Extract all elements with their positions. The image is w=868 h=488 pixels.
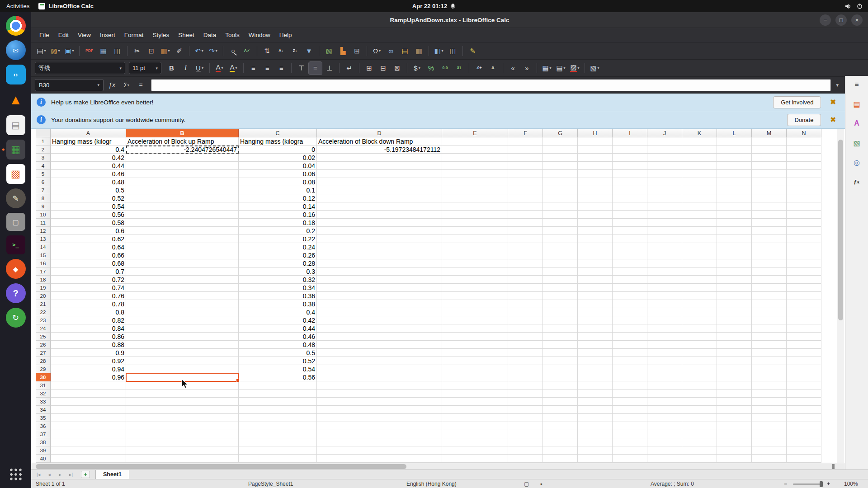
cell-B8[interactable] [126,194,239,202]
column-header-F[interactable]: F [508,129,543,137]
cell-M37[interactable] [752,430,787,438]
column-header-G[interactable]: G [543,129,578,137]
cell-B19[interactable] [126,284,239,292]
cell-L17[interactable] [717,267,752,276]
cell-J27[interactable] [647,349,682,357]
zoom-level-label[interactable]: 100% [844,481,858,487]
cell-M13[interactable] [752,235,787,243]
cell-A15[interactable]: 0.66 [51,251,126,259]
cell-F32[interactable] [508,389,543,398]
cell-D2[interactable]: -5.19723484172112 [317,145,442,154]
libreoffice-calc-icon[interactable]: ▦ [6,140,25,160]
cell-E6[interactable] [442,178,508,186]
cell-D39[interactable] [317,446,442,455]
cell-K34[interactable] [682,406,717,414]
row-header-15[interactable]: 15 [36,251,51,259]
wrap-text-button[interactable]: ↵ [343,62,356,75]
cell-H25[interactable] [578,333,613,341]
cell-C23[interactable]: 0.42 [239,316,317,324]
export-pdf-button[interactable]: PDF [83,45,96,57]
cell-G32[interactable] [543,389,578,398]
cell-F19[interactable] [508,284,543,292]
cell-H12[interactable] [578,227,613,235]
border-style-button[interactable]: ▤▾ [554,62,567,75]
properties-icon[interactable]: ▤ [850,98,863,110]
cell-N5[interactable] [787,170,821,178]
cell-I34[interactable] [613,406,647,414]
row-header-16[interactable]: 16 [36,259,51,267]
first-sheet-button[interactable]: |◂ [34,472,43,478]
cell-I1[interactable] [613,137,647,145]
cell-C32[interactable] [239,389,317,398]
cell-J7[interactable] [647,186,682,194]
row-header-37[interactable]: 37 [36,430,51,438]
cell-C1[interactable]: Hanging mass (kilogra [239,137,317,145]
highlighting-color-button[interactable]: A▾ [227,62,240,75]
cell-K4[interactable] [682,162,717,170]
cell-M24[interactable] [752,324,787,333]
cell-C24[interactable]: 0.44 [239,324,317,333]
power-icon[interactable] [857,3,863,9]
cell-F25[interactable] [508,333,543,341]
cell-N2[interactable] [787,145,821,154]
cell-B21[interactable] [126,300,239,308]
cell-L10[interactable] [717,211,752,219]
cell-D35[interactable] [317,414,442,422]
cell-N4[interactable] [787,162,821,170]
cell-G10[interactable] [543,211,578,219]
cell-B22[interactable] [126,308,239,316]
cell-F24[interactable] [508,324,543,333]
cell-M33[interactable] [752,398,787,406]
row-header-26[interactable]: 26 [36,341,51,349]
cell-C22[interactable]: 0.4 [239,308,317,316]
border-color-dropdown-icon[interactable]: ▾ [578,66,580,70]
row-header-38[interactable]: 38 [36,438,51,446]
cell-L2[interactable] [717,145,752,154]
cell-C2[interactable]: 0 [239,145,317,154]
cell-K24[interactable] [682,324,717,333]
cell-G6[interactable] [543,178,578,186]
cell-N33[interactable] [787,398,821,406]
cell-H9[interactable] [578,202,613,211]
cell-H40[interactable] [578,455,613,463]
cell-G36[interactable] [543,422,578,430]
cell-L39[interactable] [717,446,752,455]
cell-M12[interactable] [752,227,787,235]
cell-G1[interactable] [543,137,578,145]
paste-button[interactable]: ▥▾ [159,45,172,57]
title-bar[interactable]: RampUpAndDown.xlsx - LibreOffice Calc − … [31,12,868,28]
cell-I32[interactable] [613,389,647,398]
cell-E34[interactable] [442,406,508,414]
format-as-currency-button[interactable]: $▾ [410,62,424,75]
sort-button[interactable]: ⇅ [260,45,274,57]
column-header-D[interactable]: D [317,129,442,137]
cell-N8[interactable] [787,194,821,202]
cell-K15[interactable] [682,251,717,259]
cell-C40[interactable] [239,455,317,463]
cell-F36[interactable] [508,422,543,430]
cell-D27[interactable] [317,349,442,357]
cell-I24[interactable] [613,324,647,333]
cell-G11[interactable] [543,219,578,227]
cell-N15[interactable] [787,251,821,259]
cell-K14[interactable] [682,243,717,251]
cell-F21[interactable] [508,300,543,308]
cell-L16[interactable] [717,259,752,267]
cell-N17[interactable] [787,267,821,276]
cell-A3[interactable]: 0.42 [51,154,126,162]
cell-A13[interactable]: 0.62 [51,235,126,243]
cell-N20[interactable] [787,292,821,300]
open-file-button[interactable]: ▨▾ [49,45,62,57]
cell-G24[interactable] [543,324,578,333]
cell-B4[interactable] [126,162,239,170]
cell-C36[interactable] [239,422,317,430]
cell-L3[interactable] [717,154,752,162]
cell-N34[interactable] [787,406,821,414]
cell-D40[interactable] [317,455,442,463]
row-header-14[interactable]: 14 [36,243,51,251]
cell-B2[interactable]: -2.2404726540447 [126,145,239,154]
cell-I39[interactable] [613,446,647,455]
cell-E17[interactable] [442,267,508,276]
cell-B39[interactable] [126,446,239,455]
cell-H14[interactable] [578,243,613,251]
